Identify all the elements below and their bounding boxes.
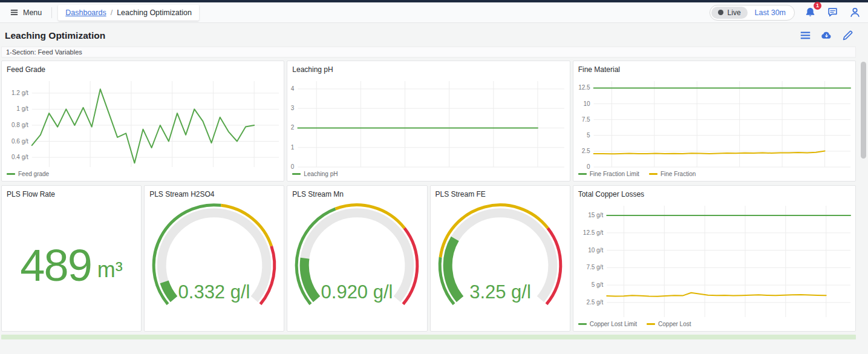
legend-item[interactable]: Fine Fraction Limit bbox=[578, 171, 639, 177]
section-header-feed-variables[interactable]: 1-Section: Feed Variables bbox=[1, 47, 856, 57]
panel-fine-material: Fine Material 12.5107.552.5019:2519:3019… bbox=[573, 61, 856, 182]
svg-text:2.5 g/t: 2.5 g/t bbox=[586, 299, 603, 306]
fine-material-legend: Fine Fraction LimitFine Fraction bbox=[573, 170, 855, 181]
svg-text:7.5: 7.5 bbox=[581, 116, 590, 123]
dashboard-actions bbox=[800, 30, 858, 41]
breadcrumb: Dashboards / Leaching Optimization bbox=[58, 5, 199, 21]
copper-losses-legend: Copper Lost LimitCopper Lost bbox=[573, 320, 855, 331]
section-label: 1-Section: Feed Variables bbox=[6, 48, 82, 56]
legend-item[interactable]: Copper Lost Limit bbox=[578, 321, 637, 327]
time-range-picker[interactable]: Live Last 30m bbox=[710, 5, 795, 21]
time-range-label[interactable]: Last 30m bbox=[748, 8, 793, 17]
panel-title-total-copper-losses[interactable]: Total Copper Losses bbox=[573, 186, 855, 200]
feed-grade-chart[interactable]: 1.2 g/t1 g/t0.8 g/t0.6 g/t0.4 g/t19:2519… bbox=[2, 75, 284, 170]
breadcrumb-dashboards-link[interactable]: Dashboards bbox=[65, 8, 106, 17]
svg-text:15 g/t: 15 g/t bbox=[588, 212, 603, 218]
panel-title-leaching-ph[interactable]: Leaching pH bbox=[287, 61, 569, 75]
dashboard-title-row: Leaching Optimization bbox=[0, 23, 868, 45]
panel-title-feed-grade[interactable]: Feed Grade bbox=[2, 61, 284, 75]
panel-leaching-ph: Leaching pH 4321019:2519:3019:3519:4019:… bbox=[287, 61, 570, 182]
dashboard-grid: 1-Section: Feed Variables Feed Grade 1.2… bbox=[0, 47, 868, 339]
notifications-button[interactable]: 1 bbox=[803, 5, 817, 19]
live-label: Live bbox=[728, 8, 741, 17]
legend-label: Fine Fraction bbox=[661, 171, 696, 177]
svg-text:5: 5 bbox=[587, 132, 590, 139]
scrollbar[interactable] bbox=[861, 24, 866, 350]
panel-pls-fe: PLS Stream FE 3.25 g/l bbox=[430, 185, 570, 332]
cloud-download-icon bbox=[821, 34, 832, 43]
svg-text:0.4 g/t: 0.4 g/t bbox=[11, 154, 28, 160]
copper-losses-chart[interactable]: 15 g/t12.5 g/t10 g/t7.5 g/t5 g/t2.5 g/t1… bbox=[573, 200, 855, 320]
svg-text:10: 10 bbox=[583, 100, 590, 107]
svg-text:1: 1 bbox=[291, 144, 295, 151]
breadcrumb-separator: / bbox=[111, 8, 113, 17]
panel-row-2: PLS Flow Rate 489 m³ PLS Stream H2SO4 0.… bbox=[1, 185, 856, 332]
legend-label: Feed grade bbox=[18, 171, 49, 177]
feed-grade-legend: Feed grade bbox=[2, 170, 284, 181]
notification-badge: 1 bbox=[814, 2, 821, 10]
comment-icon bbox=[827, 11, 838, 20]
panel-pls-flow-rate: PLS Flow Rate 489 m³ bbox=[1, 185, 142, 332]
live-dot-icon bbox=[718, 10, 723, 15]
panel-title-fine-material[interactable]: Fine Material bbox=[573, 61, 855, 75]
svg-text:2.5: 2.5 bbox=[581, 148, 590, 154]
svg-text:3: 3 bbox=[291, 105, 295, 111]
pencil-icon bbox=[842, 34, 853, 43]
navbar-divider bbox=[51, 7, 52, 18]
svg-text:5 g/t: 5 g/t bbox=[591, 281, 603, 288]
legend-label: Copper Lost Limit bbox=[590, 321, 637, 327]
h2so4-gauge[interactable]: 0.332 g/l bbox=[145, 200, 284, 331]
svg-text:0.6 g/t: 0.6 g/t bbox=[11, 138, 28, 145]
stat-value: 489 bbox=[20, 243, 91, 288]
svg-text:0.8 g/t: 0.8 g/t bbox=[11, 122, 28, 128]
scrollbar-thumb[interactable] bbox=[861, 62, 866, 159]
page-title: Leaching Optimization bbox=[5, 30, 105, 41]
panel-feed-grade: Feed Grade 1.2 g/t1 g/t0.8 g/t0.6 g/t0.4… bbox=[1, 61, 284, 182]
menu-label: Menu bbox=[23, 8, 42, 17]
svg-text:1 g/t: 1 g/t bbox=[16, 105, 28, 112]
svg-text:2: 2 bbox=[291, 124, 295, 131]
panel-pls-h2so4: PLS Stream H2SO4 0.332 g/l bbox=[144, 185, 284, 332]
legend-label: Leaching pH bbox=[304, 171, 338, 177]
comments-button[interactable] bbox=[826, 5, 840, 19]
svg-text:0: 0 bbox=[291, 163, 295, 170]
legend-label: Fine Fraction Limit bbox=[590, 171, 639, 177]
legend-swatch bbox=[578, 173, 587, 175]
fe-gauge[interactable]: 3.25 g/l bbox=[431, 200, 570, 331]
person-icon bbox=[849, 11, 861, 20]
svg-text:0.332 g/l: 0.332 g/l bbox=[178, 281, 250, 303]
live-indicator[interactable]: Live bbox=[711, 7, 748, 19]
svg-text:4: 4 bbox=[291, 85, 295, 92]
legend-item[interactable]: Copper Lost bbox=[647, 321, 691, 327]
edit-button[interactable] bbox=[842, 30, 853, 41]
panel-title-pls-flow-rate[interactable]: PLS Flow Rate bbox=[2, 186, 141, 200]
mn-gauge[interactable]: 0.920 g/l bbox=[287, 200, 426, 331]
legend-swatch bbox=[578, 323, 587, 325]
navbar-actions: Live Last 30m 1 bbox=[710, 5, 862, 21]
panel-total-copper-losses: Total Copper Losses 15 g/t12.5 g/t10 g/t… bbox=[573, 185, 856, 332]
legend-swatch bbox=[647, 323, 655, 325]
panel-row-1: Feed Grade 1.2 g/t1 g/t0.8 g/t0.6 g/t0.4… bbox=[1, 61, 856, 182]
legend-item[interactable]: Fine Fraction bbox=[649, 171, 696, 177]
leaching-ph-chart[interactable]: 4321019:2519:3019:3519:4019:4519:50 bbox=[287, 75, 569, 170]
legend-item[interactable]: Feed grade bbox=[7, 171, 49, 177]
leaching-ph-legend: Leaching pH bbox=[287, 170, 569, 181]
panel-title-pls-h2so4[interactable]: PLS Stream H2SO4 bbox=[145, 186, 284, 200]
export-button[interactable] bbox=[821, 30, 832, 41]
legend-label: Copper Lost bbox=[658, 321, 691, 327]
svg-text:0.920 g/l: 0.920 g/l bbox=[321, 281, 393, 303]
row-layout-button[interactable] bbox=[800, 30, 811, 41]
svg-text:0: 0 bbox=[587, 163, 590, 170]
panel-title-pls-mn[interactable]: PLS Stream Mn bbox=[287, 186, 426, 200]
breadcrumb-current: Leaching Optimization bbox=[117, 8, 192, 17]
profile-button[interactable] bbox=[848, 5, 862, 19]
fine-material-chart[interactable]: 12.5107.552.5019:2519:3019:3519:4019:451… bbox=[573, 75, 855, 170]
panel-pls-mn: PLS Stream Mn 0.920 g/l bbox=[287, 185, 427, 332]
svg-text:3.25 g/l: 3.25 g/l bbox=[469, 281, 531, 303]
mega-menu-button[interactable]: Menu bbox=[6, 5, 45, 19]
legend-swatch bbox=[7, 173, 15, 175]
svg-text:12.5: 12.5 bbox=[578, 84, 590, 91]
svg-text:7.5 g/t: 7.5 g/t bbox=[586, 264, 603, 270]
panel-title-pls-fe[interactable]: PLS Stream FE bbox=[431, 186, 570, 200]
legend-item[interactable]: Leaching pH bbox=[292, 171, 338, 177]
